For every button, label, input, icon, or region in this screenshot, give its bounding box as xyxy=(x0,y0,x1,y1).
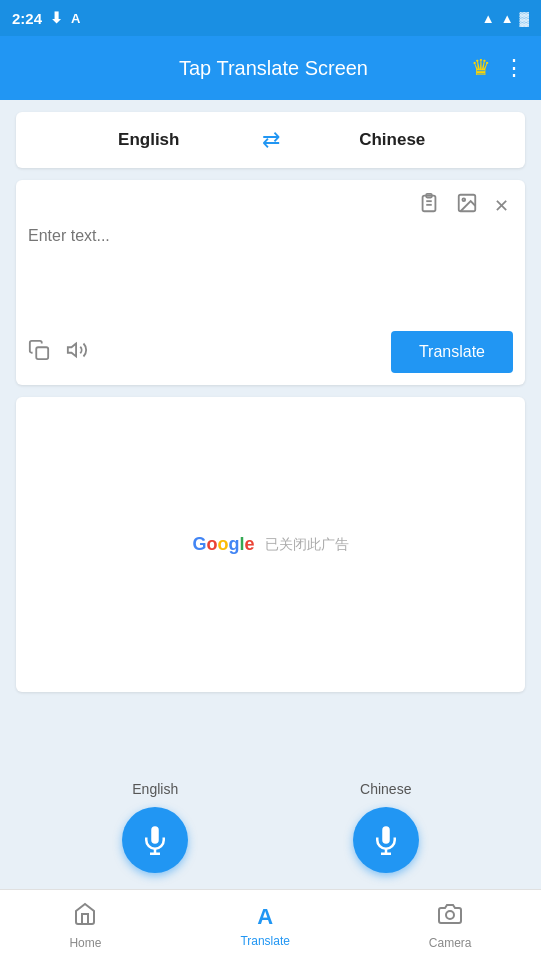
ad-area: Google 已关闭此广告 xyxy=(16,397,525,692)
svg-marker-7 xyxy=(68,343,76,356)
clear-button[interactable]: ✕ xyxy=(490,190,513,221)
target-language-label[interactable]: Chinese xyxy=(280,130,506,150)
bottom-icons xyxy=(28,339,88,366)
source-mic-button[interactable] xyxy=(122,807,188,873)
signal-icon: ▲ xyxy=(501,11,514,26)
source-mic-group: English xyxy=(122,781,188,873)
google-logo: Google xyxy=(192,534,254,555)
translate-nav-icon: A xyxy=(257,904,273,930)
download-icon: ⬇ xyxy=(50,9,63,27)
target-mic-label: Chinese xyxy=(360,781,411,797)
nav-item-camera[interactable]: Camera xyxy=(429,902,472,950)
header-title: Tap Translate Screen xyxy=(76,57,471,80)
app-header: Tap Translate Screen ♛ ⋮ xyxy=(0,36,541,100)
camera-icon xyxy=(438,902,462,932)
translate-nav-label: Translate xyxy=(240,934,290,948)
home-nav-label: Home xyxy=(69,936,101,950)
ad-content: Google 已关闭此广告 xyxy=(192,534,348,555)
image-translate-button[interactable] xyxy=(452,190,482,221)
status-left: 2:24 ⬇ A xyxy=(12,9,80,27)
wifi-icon: ▲ xyxy=(482,11,495,26)
crown-icon[interactable]: ♛ xyxy=(471,55,491,81)
source-language-label[interactable]: English xyxy=(36,130,262,150)
input-toolbar: ✕ xyxy=(28,190,513,221)
svg-point-5 xyxy=(462,198,465,201)
speak-button[interactable] xyxy=(66,339,88,366)
more-options-icon[interactable]: ⋮ xyxy=(503,55,525,81)
input-bottom: Translate xyxy=(28,331,513,373)
status-bar: 2:24 ⬇ A ▲ ▲ ▓ xyxy=(0,0,541,36)
input-area: ✕ Translate xyxy=(16,180,525,385)
target-mic-button[interactable] xyxy=(353,807,419,873)
target-mic-group: Chinese xyxy=(353,781,419,873)
text-input[interactable] xyxy=(28,227,513,317)
nav-item-home[interactable]: Home xyxy=(69,902,101,950)
nav-item-translate[interactable]: A Translate xyxy=(240,904,290,948)
mic-section: English Chinese xyxy=(0,771,541,883)
clipboard-button[interactable] xyxy=(414,190,444,221)
bottom-nav: Home A Translate Camera xyxy=(0,889,541,961)
source-mic-label: English xyxy=(132,781,178,797)
copy-button[interactable] xyxy=(28,339,50,366)
language-selector: English ⇄ Chinese xyxy=(16,112,525,168)
status-right: ▲ ▲ ▓ xyxy=(482,11,529,26)
battery-icon: ▓ xyxy=(520,11,529,26)
camera-nav-label: Camera xyxy=(429,936,472,950)
ad-closed-text: 已关闭此广告 xyxy=(265,536,349,554)
svg-point-12 xyxy=(446,911,454,919)
a-icon: A xyxy=(71,11,80,26)
swap-languages-button[interactable]: ⇄ xyxy=(262,127,280,153)
home-icon xyxy=(73,902,97,932)
svg-rect-6 xyxy=(36,347,48,359)
status-time: 2:24 xyxy=(12,10,42,27)
translate-button[interactable]: Translate xyxy=(391,331,513,373)
